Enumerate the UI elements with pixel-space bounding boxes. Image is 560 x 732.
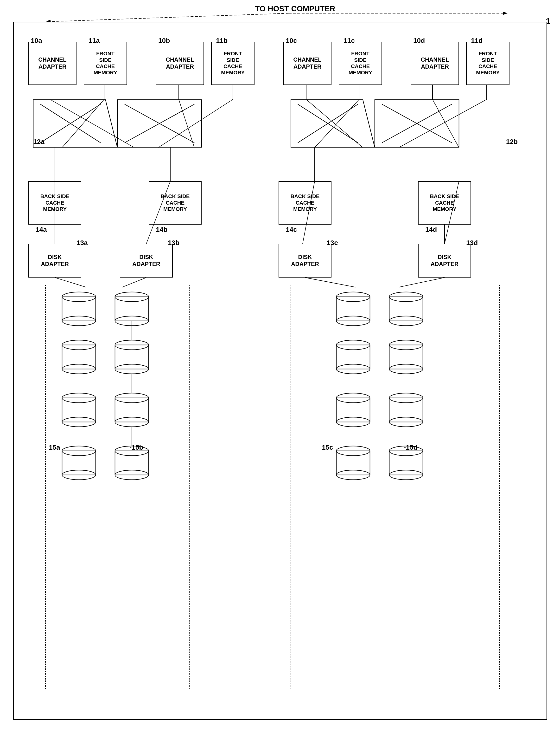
disk-adapter-13c: DISKADAPTER	[279, 244, 331, 277]
ref-15b: -15b	[129, 444, 143, 451]
ref-13a: 13a	[76, 239, 88, 247]
ref-14d: 14d	[425, 226, 437, 233]
channel-adapter-10a: CHANNELADAPTER	[28, 42, 76, 85]
channel-adapter-10d: CHANNELADAPTER	[411, 42, 459, 85]
back-cache-14c: BACK SIDECACHEMEMORY	[279, 181, 331, 224]
ref-14b: 14b	[156, 226, 167, 233]
svg-marker-10	[291, 99, 375, 147]
channel-adapter-10b: CHANNELADAPTER	[156, 42, 204, 85]
channel-adapter-10c: CHANNELADAPTER	[283, 42, 331, 85]
ref-11c: 11c	[344, 37, 355, 45]
ref-10c: 10c	[286, 37, 297, 45]
ref-14c: 14c	[286, 226, 297, 233]
back-cache-14d: BACK SIDECACHEMEMORY	[418, 181, 471, 224]
host-arrow	[0, 0, 560, 24]
disk-adapter-13d: DISKADAPTER	[418, 244, 471, 277]
svg-marker-2	[503, 12, 508, 15]
back-cache-14a: BACK SIDECACHEMEMORY	[28, 181, 81, 224]
ref-12b: 12b	[506, 138, 518, 146]
ref-10d: 10d	[413, 37, 425, 45]
front-cache-11c: FRONTSIDECACHEMEMORY	[339, 42, 382, 85]
ref-13d: 13d	[466, 239, 478, 247]
front-cache-11b: FRONTSIDECACHEMEMORY	[211, 42, 255, 85]
ref-10a: 10a	[31, 37, 42, 45]
svg-line-0	[48, 13, 289, 22]
ref-13c: 13c	[327, 239, 338, 247]
ref-11b: 11b	[216, 37, 228, 45]
ref-15c: 15c	[322, 444, 333, 451]
ref-12a: 12a	[33, 138, 45, 146]
ref-14a: 14a	[36, 226, 47, 233]
disk-cylinders-left	[48, 287, 187, 684]
ref-15a: 15a	[49, 444, 60, 451]
back-cache-14b: BACK SIDECACHEMEMORY	[149, 181, 202, 224]
crossbar-12a	[33, 99, 250, 147]
svg-marker-4	[33, 99, 117, 147]
main-outer-box: CHANNELADAPTER 10a FRONTSIDECACHEMEMORY …	[13, 22, 547, 720]
front-cache-11d: FRONTSIDECACHEMEMORY	[466, 42, 509, 85]
ref-11d: 11d	[471, 37, 483, 45]
crossbar-12b	[291, 99, 507, 147]
ref-13b: 13b	[168, 239, 179, 247]
ref-10b: 10b	[158, 37, 170, 45]
front-cache-11a: FRONTSIDECACHEMEMORY	[84, 42, 127, 85]
ref-15d: -15d	[404, 444, 418, 451]
disk-adapter-13b: DISKADAPTER	[120, 244, 173, 277]
ref-11a: 11a	[89, 37, 100, 45]
disk-cylinders-right	[322, 287, 466, 684]
disk-adapter-13a: DISKADAPTER	[28, 244, 81, 277]
